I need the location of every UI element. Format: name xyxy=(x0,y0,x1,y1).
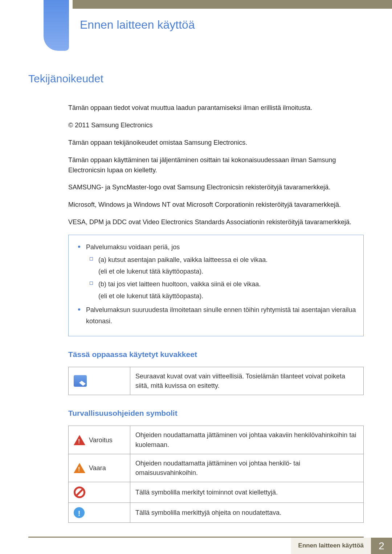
icon-cell xyxy=(69,482,130,502)
list-item: Palvelumaksun suuruudesta ilmoitetaan si… xyxy=(76,304,356,327)
table-row: Varoitus Ohjeiden noudattamatta jättämin… xyxy=(69,426,364,454)
safety-table: Varoitus Ohjeiden noudattamatta jättämin… xyxy=(68,426,364,522)
paragraph: Tämän oppaan tiedot voivat muuttua laadu… xyxy=(68,103,364,113)
paragraph: SAMSUNG- ja SyncMaster-logo ovat Samsung… xyxy=(68,182,364,193)
icon-desc: Tällä symbolilla merkityt toiminnot ovat… xyxy=(130,482,364,502)
sub-text: (a) kutsut asentajan paikalle, vaikka la… xyxy=(98,256,268,263)
square-bullet-icon xyxy=(90,257,93,260)
square-bullet-icon xyxy=(90,282,93,285)
service-fee-box: Palvelumaksu voidaan periä, jos (a) kuts… xyxy=(68,235,364,336)
icon-label: Vaara xyxy=(89,463,106,473)
icon-cell: Varoitus xyxy=(69,426,130,454)
icons-subheading: Tässä oppaassa käytetyt kuvakkeet xyxy=(68,350,364,359)
safety-subheading: Turvallisuusohjeiden symbolit xyxy=(68,409,364,418)
footer: Ennen laitteen käyttöä 2 xyxy=(28,537,392,554)
paragraph: Microsoft, Windows ja Windows NT ovat Mi… xyxy=(68,200,364,210)
sub-list-item: (a) kutsut asentajan paikalle, vaikka la… xyxy=(86,254,356,277)
icon-cell xyxy=(69,367,130,395)
warning-triangle-orange-icon xyxy=(74,463,85,473)
list-text: Palvelumaksun suuruudesta ilmoitetaan si… xyxy=(86,306,356,325)
sub-text: (b) tai jos viet laitteen huoltoon, vaik… xyxy=(98,280,261,288)
info-circle-icon xyxy=(74,507,85,518)
icon-desc: Ohjeiden noudattamatta jättäminen voi jo… xyxy=(130,426,364,454)
icon-cell: Vaara xyxy=(69,454,130,482)
table-row: Seuraavat kuvat ovat vain viitteellisiä.… xyxy=(69,367,364,395)
table-row: Tällä symbolilla merkityt toiminnot ovat… xyxy=(69,482,364,502)
icons-table: Seuraavat kuvat ovat vain viitteellisiä.… xyxy=(68,367,364,395)
icon-label: Varoitus xyxy=(89,435,113,445)
sub-note: (eli et ole lukenut tätä käyttöopasta). xyxy=(98,291,356,302)
table-row: Vaara Ohjeiden noudattamatta jättäminen … xyxy=(69,454,364,482)
icon-cell xyxy=(69,502,130,522)
icon-desc: Ohjeiden noudattamatta jättäminen voi jo… xyxy=(130,454,364,482)
section-heading: Tekijänoikeudet xyxy=(28,73,364,85)
sub-note: (eli et ole lukenut tätä käyttöopasta). xyxy=(98,266,356,277)
warning-triangle-red-icon xyxy=(74,435,85,445)
paragraph: VESA, DPM ja DDC ovat Video Electronics … xyxy=(68,217,364,227)
page-title: Ennen laitteen käyttöä xyxy=(80,18,195,32)
body-text: Tämän oppaan tiedot voivat muuttua laadu… xyxy=(68,103,364,227)
prohibit-icon xyxy=(74,487,85,498)
note-icon xyxy=(74,375,87,387)
chapter-tab xyxy=(44,0,69,51)
footer-section-label: Ennen laitteen käyttöä xyxy=(291,538,371,554)
list-text: Palvelumaksu voidaan periä, jos xyxy=(86,243,180,251)
table-row: Tällä symbolilla merkittyjä ohjeita on n… xyxy=(69,502,364,522)
icon-desc: Seuraavat kuvat ovat vain viitteellisiä.… xyxy=(130,367,364,395)
paragraph: © 2011 Samsung Electronics xyxy=(68,120,364,131)
paragraph: Tämän oppaan käyttäminen tai jäljentämin… xyxy=(68,155,364,176)
content-area: Tekijänoikeudet Tämän oppaan tiedot voiv… xyxy=(28,73,364,523)
sub-list-item: (b) tai jos viet laitteen huoltoon, vaik… xyxy=(86,279,356,301)
top-bar xyxy=(73,0,392,9)
paragraph: Tämän oppaan tekijänoikeudet omistaa Sam… xyxy=(68,138,364,148)
page-number: 2 xyxy=(371,538,392,554)
icon-desc: Tällä symbolilla merkittyjä ohjeita on n… xyxy=(130,502,364,522)
list-item: Palvelumaksu voidaan periä, jos (a) kuts… xyxy=(76,242,356,301)
